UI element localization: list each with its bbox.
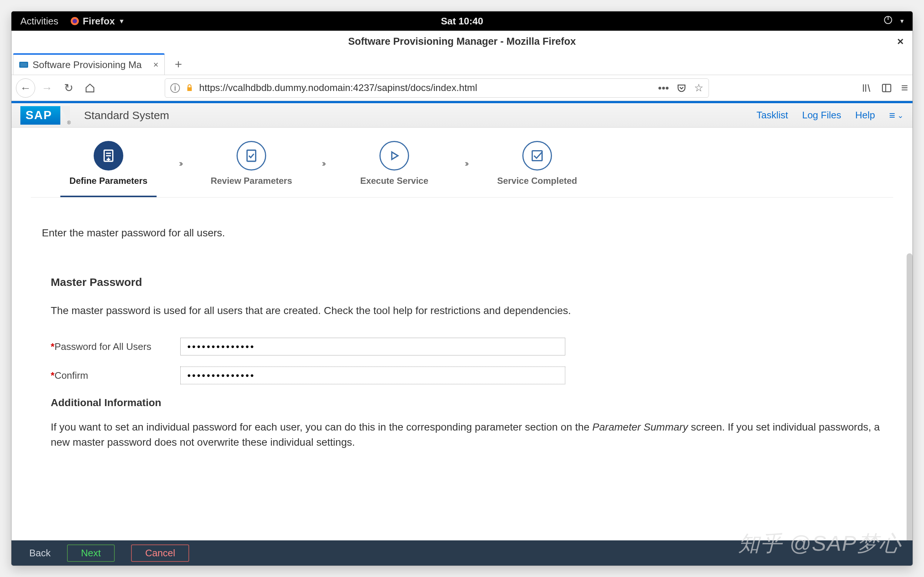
wizard-step-label: Define Parameters [69, 176, 148, 186]
new-tab-button[interactable]: + [168, 53, 189, 75]
wizard-step-completed[interactable]: Service Completed [489, 141, 585, 186]
svg-rect-4 [187, 87, 192, 91]
lock-warning-icon [185, 84, 194, 92]
firefox-icon [70, 17, 79, 26]
next-button[interactable]: Next [67, 545, 115, 562]
power-icon[interactable] [883, 15, 893, 27]
wizard-step-label: Execute Service [360, 176, 428, 186]
field-row-password: *Password for All Users [51, 338, 882, 355]
app-menu[interactable]: Firefox ▾ [70, 16, 124, 27]
svg-point-1 [73, 19, 77, 23]
page-actions-icon[interactable]: ••• [658, 82, 669, 94]
footer-wrap: Back Next Cancel 知乎 @SAP梦心 [11, 540, 913, 566]
svg-line-7 [868, 84, 870, 92]
url-text: https://vcalhdbdb.dummy.nodomain:4237/sa… [199, 82, 653, 93]
window-titlebar: Software Provisioning Manager - Mozilla … [11, 31, 913, 52]
wizard-step-review[interactable]: Review Parameters [203, 141, 299, 186]
play-icon [380, 141, 409, 171]
form-lead-text: Enter the master password for all users. [42, 227, 882, 239]
tab-title: Software Provisioning Ma [32, 59, 142, 71]
browser-toolbar: ← → ↻ i https://vcalhdbdb.dummy.nodomain… [11, 75, 913, 101]
wizard-step-execute[interactable]: Execute Service [346, 141, 443, 186]
tab-close-button[interactable]: × [153, 60, 158, 70]
window-close-button[interactable]: × [897, 35, 904, 48]
svg-rect-17 [532, 151, 542, 161]
activities-button[interactable]: Activities [20, 16, 58, 27]
chevrons-icon: ››› [322, 158, 324, 169]
section-title: Master Password [51, 276, 882, 288]
back-link[interactable]: Back [29, 547, 51, 559]
check-icon [522, 141, 552, 171]
link-logfiles[interactable]: Log Files [802, 110, 842, 121]
browser-tab[interactable]: Software Provisioning Ma × [13, 53, 165, 75]
field-label-confirm: *Confirm [51, 370, 180, 381]
password-input[interactable] [180, 338, 565, 355]
product-title: Standard System [84, 109, 169, 122]
tab-strip: Software Provisioning Ma × + [11, 52, 913, 75]
reload-button[interactable]: ↻ [59, 78, 78, 98]
back-button[interactable]: ← [16, 78, 35, 98]
sap-menu-button[interactable]: ≡⌄ [889, 110, 904, 121]
wizard-step-label: Review Parameters [211, 176, 292, 186]
svg-rect-8 [882, 84, 891, 92]
clock[interactable]: Sat 10:40 [441, 16, 483, 27]
sap-content: Define Parameters ››› Review Parameters … [11, 127, 913, 540]
form-area: Enter the master password for all users.… [31, 198, 893, 461]
sap-logo: SAP ® [20, 106, 68, 125]
site-info-icon[interactable]: i [170, 83, 180, 93]
wizard-step-define[interactable]: Define Parameters [60, 141, 157, 197]
pocket-icon[interactable] [676, 83, 687, 93]
content-scrollbar[interactable] [906, 253, 913, 557]
system-menu-caret-icon[interactable]: ▾ [900, 17, 904, 25]
window-title: Software Provisioning Manager - Mozilla … [348, 36, 576, 47]
review-icon [237, 141, 266, 171]
app-menu-label: Firefox [83, 16, 115, 27]
field-label-password: *Password for All Users [51, 341, 180, 353]
wizard-steps: Define Parameters ››› Review Parameters … [31, 127, 893, 198]
bookmark-star-icon[interactable]: ☆ [694, 82, 703, 94]
chevrons-icon: ››› [465, 158, 467, 169]
sap-header: SAP ® Standard System Tasklist Log Files… [11, 103, 913, 127]
chevrons-icon: ››› [179, 158, 181, 169]
library-icon[interactable] [861, 82, 872, 93]
wizard-step-label: Service Completed [497, 176, 577, 186]
url-bar[interactable]: i https://vcalhdbdb.dummy.nodomain:4237/… [165, 78, 709, 98]
document-icon [94, 141, 123, 171]
additional-info-text: If you want to set an individual passwor… [51, 420, 882, 450]
tab-favicon-icon [19, 62, 28, 68]
svg-marker-16 [392, 152, 398, 160]
section-desc: The master password is used for all user… [51, 303, 882, 318]
sap-footer: Back Next Cancel [11, 540, 913, 566]
link-help[interactable]: Help [855, 110, 875, 121]
home-button[interactable] [80, 78, 100, 98]
gnome-top-bar: Activities Firefox ▾ Sat 10:40 ▾ [11, 11, 913, 31]
app-menu-button[interactable]: ≡ [901, 81, 908, 95]
cancel-button[interactable]: Cancel [131, 545, 189, 562]
confirm-input[interactable] [180, 367, 565, 384]
field-row-confirm: *Confirm [51, 367, 882, 384]
forward-button[interactable]: → [37, 78, 57, 98]
sidebar-icon[interactable] [881, 82, 892, 93]
link-tasklist[interactable]: Tasklist [756, 110, 788, 121]
caret-down-icon: ▾ [120, 17, 123, 25]
svg-rect-15 [247, 150, 255, 161]
additional-info-title: Additional Information [51, 397, 882, 409]
